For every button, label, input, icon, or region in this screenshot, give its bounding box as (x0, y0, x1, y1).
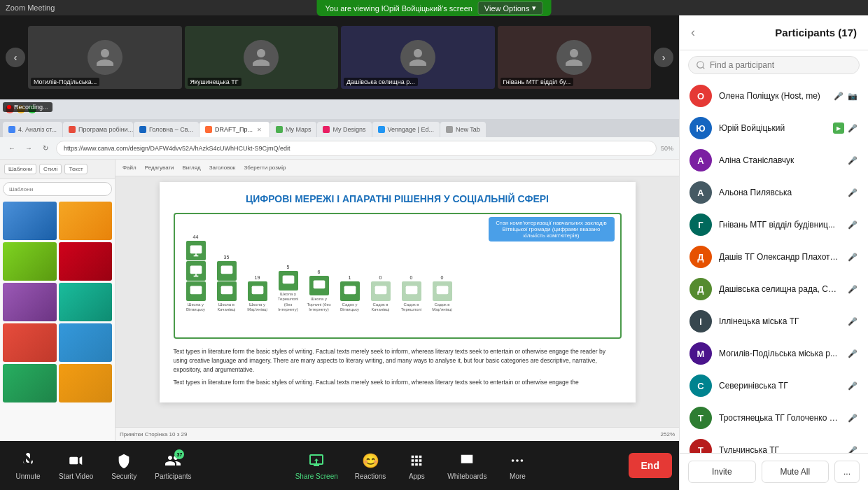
video-icon (66, 451, 86, 470)
svg-line-20 (703, 67, 705, 69)
avatar-3: А (690, 181, 712, 204)
participant-name-1: Юрій Войціцький (719, 123, 826, 133)
browser-tab-5[interactable]: My Designs (317, 122, 371, 137)
chart-bar-4: 6 Школа у Торчині (без Інтернету) (305, 270, 333, 312)
share-screen-button[interactable]: Share Screen (288, 447, 345, 484)
participant-mute-icon-11: 🎤 (847, 444, 858, 453)
template-item-2[interactable] (59, 202, 113, 240)
view-options-button[interactable]: View Options ▾ (478, 1, 543, 15)
canva-tool-view[interactable]: Вигляд (180, 163, 204, 172)
canva-toolbar: Файл Редагувати Вигляд Заголовок Зберегт… (115, 160, 679, 176)
panel-collapse-button[interactable]: ‹ (691, 25, 695, 40)
slide-body-text-1: Text types in literature form the basic … (174, 347, 622, 374)
participant-item-6: Д Дашівська селищна рада, Світ... 🎤 (680, 273, 868, 305)
thumbnail-label-3: Гнівань МТГ відділ бу... (500, 78, 574, 86)
canva-tool-resize[interactable]: Зберегти розмір (241, 163, 288, 172)
tab-favicon-0 (8, 126, 15, 133)
browser-window: 4. Аналіз ст... Програма робіни... Голов… (0, 99, 679, 441)
template-item-4[interactable] (59, 242, 113, 281)
participant-icons-5: 🎤 (847, 251, 858, 262)
participant-icons-8: 🎤 (847, 348, 858, 359)
slide-body-text-2: Text types in literature form the basic … (174, 378, 622, 387)
share-screen-icon (307, 451, 326, 470)
thumbnail-label-0: Могилів-Подільська... (31, 78, 99, 86)
participant-mute-icon-7: 🎤 (847, 316, 858, 327)
security-label: Security (111, 472, 136, 480)
tab-favicon-4 (276, 126, 283, 133)
whiteboards-button[interactable]: Whiteboards (440, 447, 493, 484)
avatar-9: С (690, 374, 712, 397)
zoom-level-canva: 252% (661, 431, 675, 438)
mute-all-button[interactable]: Mute All (762, 461, 830, 483)
security-icon (114, 451, 134, 470)
mute-button[interactable]: Unmute (7, 447, 49, 484)
notification-banner: You are viewing Юрій Войціцький's screen… (317, 0, 552, 16)
browser-tab-3-active[interactable]: DRAFT_Пр... ✕ (200, 122, 270, 137)
end-button[interactable]: End (629, 453, 672, 478)
template-item-3[interactable] (3, 242, 57, 281)
more-button[interactable]: More (496, 447, 538, 484)
template-item-9[interactable] (3, 364, 57, 402)
apps-label: Apps (409, 472, 425, 480)
svg-point-19 (697, 62, 704, 68)
rec-dot (7, 105, 11, 109)
invite-button[interactable]: Invite (688, 461, 756, 483)
browser-tab-4[interactable]: My Maps (270, 122, 317, 137)
browser-tab-2[interactable]: Головна – Св... (134, 122, 199, 137)
tab-favicon-6 (378, 126, 385, 133)
next-thumbnail-button[interactable]: › (654, 48, 673, 67)
app-title: Zoom Meeting (6, 4, 55, 12)
browser-tab-6[interactable]: Venngage | Ed... (372, 122, 440, 137)
canva-search-input[interactable] (3, 182, 112, 196)
canva-tab-text[interactable]: Текст (64, 164, 87, 174)
address-input[interactable] (56, 141, 657, 156)
canva-tool-title[interactable]: Заголовок (206, 163, 239, 172)
participant-search-box[interactable] (688, 56, 860, 74)
participant-item-7: І Іллінецька міська ТГ 🎤 (680, 305, 868, 337)
canva-tab-styles[interactable]: Стилі (39, 164, 62, 174)
template-item-10[interactable] (59, 364, 113, 402)
template-item-1[interactable] (3, 202, 57, 240)
browser-tab-1[interactable]: Програма робіни... (63, 122, 133, 137)
svg-point-16 (512, 459, 514, 462)
forward-button[interactable]: → (22, 142, 35, 155)
more-options-button[interactable]: ... (834, 461, 860, 483)
participant-search-input[interactable] (710, 60, 852, 70)
toolbar-right-group: End (629, 453, 672, 478)
browser-tab-7[interactable]: New Tab (440, 122, 486, 137)
svg-rect-11 (313, 281, 325, 289)
svg-rect-10 (282, 276, 294, 284)
participant-icons-0: 🎤 📷 (833, 90, 858, 102)
template-item-8[interactable] (59, 323, 113, 362)
participant-mute-icon-6: 🎤 (847, 284, 858, 295)
tab-favicon-3 (205, 126, 212, 133)
participants-button[interactable]: 37 Participants (148, 447, 198, 484)
prev-thumbnail-button[interactable]: ‹ (6, 48, 25, 67)
canva-tool-file[interactable]: Файл (120, 163, 139, 172)
security-button[interactable]: Security (103, 447, 145, 484)
tab-favicon-1 (69, 126, 76, 133)
participant-item-4: Г Гнівань МТГ відділ будівниц... 🎤 (680, 209, 868, 241)
tab-close-button[interactable]: ✕ (255, 125, 264, 134)
refresh-button[interactable]: ↻ (39, 142, 52, 155)
template-item-7[interactable] (3, 323, 57, 362)
canva-tab-templates[interactable]: Шаблони (4, 164, 36, 174)
apps-button[interactable]: Apps (396, 447, 438, 484)
share-screen-label: Share Screen (295, 472, 338, 480)
browser-tab-0[interactable]: 4. Аналіз ст... (3, 122, 62, 137)
avatar-4: Г (690, 214, 712, 236)
reactions-button[interactable]: 😊 Reactions (348, 447, 393, 484)
participant-icons-10: 🎤 (847, 412, 858, 424)
participant-item-0: О Олена Поліщук (Host, me) 🎤 📷 (680, 80, 868, 112)
participant-item-5: Д Дашів ТГ Олександр Плахотнюк 🎤 (680, 241, 868, 273)
participant-name-0: Олена Поліщук (Host, me) (719, 91, 826, 101)
template-item-5[interactable] (3, 283, 57, 321)
screen-share-area: Recording... 4. Аналіз ст... (0, 99, 679, 441)
template-item-6[interactable] (59, 283, 113, 321)
back-button[interactable]: ← (6, 142, 18, 155)
participant-mute-icon-4: 🎤 (847, 219, 858, 230)
canva-tool-edit[interactable]: Редагувати (142, 163, 177, 172)
svg-rect-15 (436, 286, 448, 294)
start-video-button[interactable]: Start Video (52, 447, 100, 484)
participant-name-8: Могилів-Подільська міська р... (719, 349, 840, 358)
